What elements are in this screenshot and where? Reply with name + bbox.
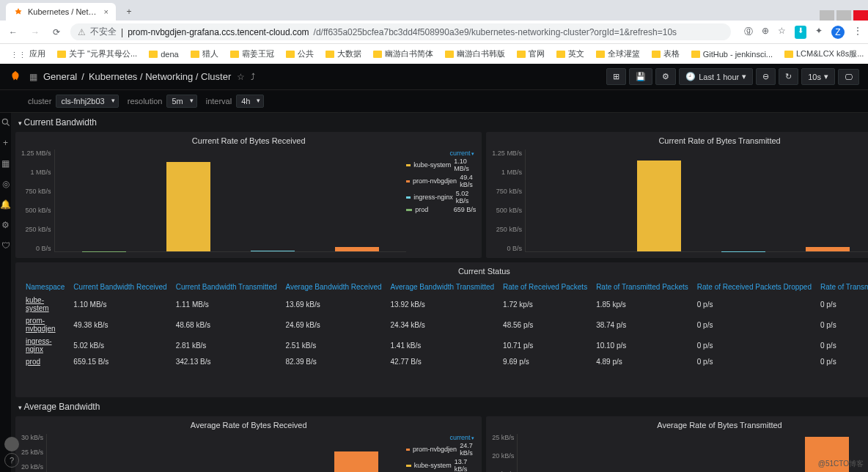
- bookmark-item[interactable]: 幽游白书简体: [369, 46, 438, 62]
- bookmark-item[interactable]: 全球灌篮: [592, 46, 644, 62]
- maximize-button[interactable]: [836, 10, 851, 21]
- chart-plot[interactable]: [54, 150, 407, 252]
- bookmark-item[interactable]: dena: [144, 48, 183, 61]
- grafana-logo-icon[interactable]: [9, 70, 22, 84]
- bookmark-item[interactable]: 公共: [282, 46, 318, 62]
- profile-icon[interactable]: Z: [831, 26, 845, 39]
- var-select-resolution[interactable]: 5m: [166, 95, 196, 108]
- table-header[interactable]: Current Bandwidth Received: [69, 280, 171, 294]
- namespace-cell[interactable]: ingress-nginx: [21, 335, 69, 355]
- bookmark-item[interactable]: LCM&LCX k8s服...: [780, 46, 868, 62]
- table-header[interactable]: Rate of Transmitted Packets Dropped: [816, 280, 868, 294]
- time-range-picker[interactable]: 🕘 Last 1 hour ▾: [679, 68, 753, 85]
- table-header[interactable]: Current Bandwidth Transmitted: [172, 280, 282, 294]
- table-header[interactable]: Namespace: [21, 280, 69, 294]
- y-axis: 30 kB/s25 kB/s20 kB/s15 kB/s10 kB/s5 kB/…: [21, 434, 46, 472]
- star-dashboard-icon[interactable]: ☆: [237, 72, 245, 82]
- table-cell: 10.10 p/s: [592, 335, 693, 355]
- bookmark-item[interactable]: GitHub - jenkinsci...: [687, 48, 777, 61]
- legend-row[interactable]: prom-nvbgdjen24.7 kB/s: [406, 441, 476, 457]
- chart-bar[interactable]: [637, 161, 681, 251]
- reload-icon[interactable]: ⟳: [50, 24, 63, 40]
- legend-row[interactable]: kube-system13.7 kB/s: [406, 457, 476, 472]
- folder-icon: ⋮⋮: [10, 51, 26, 58]
- breadcrumb-dashboard[interactable]: Kubernetes / Networking / Cluster: [89, 71, 231, 82]
- refresh-interval-picker[interactable]: 10s ▾: [801, 68, 835, 85]
- table-header[interactable]: Rate of Transmitted Packets: [592, 280, 693, 294]
- table-header[interactable]: Average Bandwidth Transmitted: [386, 280, 499, 294]
- legend-row[interactable]: ingress-nginx5.02 kB/s: [406, 189, 476, 205]
- row-current-bandwidth[interactable]: Current Bandwidth: [15, 113, 868, 132]
- bookmark-item[interactable]: 官网: [512, 46, 549, 62]
- legend-row[interactable]: kube-system1.10 MB/s: [406, 157, 476, 173]
- explore-icon[interactable]: ◎: [2, 179, 10, 189]
- save-button[interactable]: 💾: [629, 68, 652, 85]
- bookmark-item[interactable]: 霸姜王冠: [226, 46, 279, 62]
- row-average-bandwidth[interactable]: Average Bandwidth: [15, 397, 868, 416]
- dashboard-content: Current Bandwidth Current Rate of Bytes …: [11, 113, 868, 472]
- bookmark-item[interactable]: 大数据: [321, 46, 366, 62]
- translate-icon[interactable]: ⓖ: [744, 26, 753, 39]
- chart-plot[interactable]: [517, 434, 868, 472]
- alerting-icon[interactable]: 🔔: [0, 199, 11, 210]
- menu-icon[interactable]: ⋮: [853, 26, 862, 39]
- legend-swatch-icon: [406, 465, 411, 467]
- table-cell: 49.38 kB/s: [69, 314, 171, 335]
- extensions-icon[interactable]: ✦: [815, 26, 823, 39]
- user-avatar[interactable]: [4, 437, 19, 451]
- chart-bar[interactable]: [251, 251, 295, 251]
- zoom-out-button[interactable]: ⊖: [756, 68, 776, 85]
- bookmark-item[interactable]: 幽游白书韩版: [441, 46, 510, 62]
- forward-icon[interactable]: →: [28, 24, 43, 40]
- chart-bar[interactable]: [335, 247, 379, 251]
- browser-tab[interactable]: Kubernetes / Networking / Clu ×: [6, 3, 116, 21]
- chart-plot[interactable]: [525, 150, 868, 252]
- bookmark-item[interactable]: 表格: [647, 46, 684, 62]
- legend-sort[interactable]: current: [406, 150, 476, 157]
- minimize-button[interactable]: [820, 10, 834, 21]
- breadcrumb-folder[interactable]: General: [43, 71, 77, 82]
- namespace-cell[interactable]: prom-nvbgdjen: [21, 314, 69, 335]
- help-icon[interactable]: ?: [4, 453, 19, 468]
- gear-icon[interactable]: ⚙: [1, 220, 10, 230]
- table-header[interactable]: Rate of Received Packets: [499, 280, 592, 294]
- chart-plot[interactable]: [46, 434, 406, 472]
- add-panel-button[interactable]: ⊞: [606, 68, 626, 85]
- legend-row[interactable]: prod659 B/s: [406, 205, 476, 214]
- legend-sort[interactable]: current: [406, 434, 476, 441]
- chart-bar[interactable]: [806, 247, 850, 251]
- var-label-interval: interval: [206, 97, 232, 106]
- table-header[interactable]: Average Bandwidth Received: [282, 280, 386, 294]
- table-header[interactable]: Rate of Received Packets Dropped: [693, 280, 816, 294]
- bookmark-item[interactable]: ⋮⋮应用: [6, 46, 50, 62]
- search-icon[interactable]: [1, 117, 11, 128]
- view-mode-button[interactable]: 🖵: [838, 69, 859, 85]
- table-cell: 38.74 p/s: [592, 314, 693, 335]
- panel-toggle-icon[interactable]: ▦: [29, 72, 37, 82]
- table-cell: 1.41 kB/s: [386, 335, 499, 355]
- var-select-interval[interactable]: 4h: [236, 95, 264, 108]
- bookmark-item[interactable]: 英文: [552, 46, 589, 62]
- close-icon[interactable]: ×: [104, 7, 108, 16]
- shield-icon[interactable]: 🛡: [1, 240, 10, 251]
- chart-bar[interactable]: [334, 451, 378, 472]
- chart-bar[interactable]: [166, 162, 210, 251]
- window-close-button[interactable]: [853, 10, 868, 21]
- bookmark-item[interactable]: 关于 "元界其母公...: [53, 46, 141, 62]
- extension-badge[interactable]: ⬇: [795, 26, 806, 39]
- settings-button[interactable]: ⚙: [655, 68, 676, 85]
- share-icon[interactable]: ⤴: [251, 72, 255, 82]
- plus-icon[interactable]: +: [3, 138, 8, 148]
- new-tab-button[interactable]: +: [120, 3, 138, 21]
- back-icon[interactable]: ←: [6, 24, 21, 40]
- dashboards-icon[interactable]: ▦: [1, 158, 10, 169]
- refresh-button[interactable]: ↻: [779, 68, 798, 85]
- star-icon[interactable]: ☆: [778, 26, 786, 39]
- address-input[interactable]: ⚠ 不安全 | prom-nvbgdjen-grafana.ccs.tencen…: [70, 23, 731, 40]
- legend-row[interactable]: prom-nvbgdjen49.4 kB/s: [406, 173, 476, 189]
- namespace-cell[interactable]: prod: [21, 355, 69, 368]
- namespace-cell[interactable]: kube-system: [21, 294, 69, 314]
- zoom-icon[interactable]: ⊕: [762, 26, 769, 39]
- var-select-cluster[interactable]: cls-fnhj2b03: [56, 95, 118, 108]
- bookmark-item[interactable]: 猎人: [186, 46, 223, 62]
